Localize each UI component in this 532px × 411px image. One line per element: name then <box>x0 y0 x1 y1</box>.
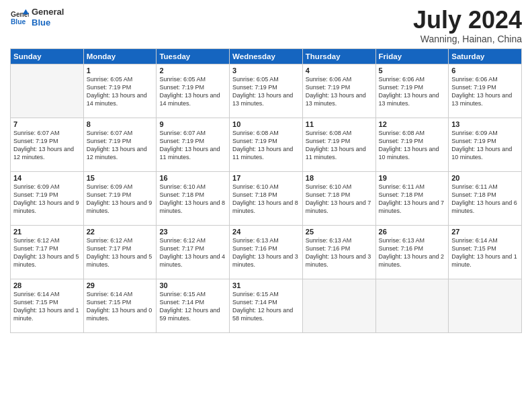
day-number: 31 <box>232 281 300 289</box>
day-info: Sunrise: 6:05 AMSunset: 7:19 PMDaylight:… <box>87 76 147 107</box>
day-number: 30 <box>159 281 226 289</box>
day-info: Sunrise: 6:14 AMSunset: 7:15 PMDaylight:… <box>87 291 152 322</box>
day-number: 2 <box>159 66 226 75</box>
day-number: 17 <box>232 174 300 182</box>
week-row-3: 14 Sunrise: 6:09 AMSunset: 7:19 PMDaylig… <box>11 171 522 225</box>
day-cell: 30 Sunrise: 6:15 AMSunset: 7:14 PMDaylig… <box>157 279 230 332</box>
day-number: 12 <box>379 120 446 128</box>
day-info: Sunrise: 6:06 AMSunset: 7:19 PMDaylight:… <box>379 76 439 107</box>
day-number: 14 <box>13 174 81 182</box>
day-cell: 26 Sunrise: 6:13 AMSunset: 7:16 PMDaylig… <box>375 225 449 279</box>
day-cell: 10 Sunrise: 6:08 AMSunset: 7:19 PMDaylig… <box>230 118 303 171</box>
week-row-1: 1 Sunrise: 6:05 AMSunset: 7:19 PMDayligh… <box>11 64 522 118</box>
logo: General Blue General Blue <box>10 7 64 28</box>
header: General Blue General Blue July 2024 Wann… <box>10 7 522 44</box>
day-info: Sunrise: 6:15 AMSunset: 7:14 PMDaylight:… <box>232 291 293 322</box>
week-row-4: 21 Sunrise: 6:12 AMSunset: 7:17 PMDaylig… <box>11 225 522 279</box>
day-info: Sunrise: 6:07 AMSunset: 7:19 PMDaylight:… <box>13 130 74 161</box>
logo-icon: General Blue <box>10 8 29 27</box>
day-info: Sunrise: 6:12 AMSunset: 7:17 PMDaylight:… <box>87 237 152 268</box>
col-header-friday: Friday <box>375 48 449 64</box>
day-number: 15 <box>87 174 154 182</box>
day-info: Sunrise: 6:08 AMSunset: 7:19 PMDaylight:… <box>232 130 293 161</box>
day-number: 9 <box>159 120 226 128</box>
day-info: Sunrise: 6:14 AMSunset: 7:15 PMDaylight:… <box>13 291 79 322</box>
day-cell: 3 Sunrise: 6:05 AMSunset: 7:19 PMDayligh… <box>230 64 303 118</box>
day-number: 18 <box>306 174 373 182</box>
day-number: 19 <box>379 174 446 182</box>
day-number: 8 <box>87 120 154 128</box>
logo-general-text: General <box>32 7 64 17</box>
day-info: Sunrise: 6:09 AMSunset: 7:19 PMDaylight:… <box>451 130 512 161</box>
week-row-2: 7 Sunrise: 6:07 AMSunset: 7:19 PMDayligh… <box>11 118 522 171</box>
day-cell: 1 Sunrise: 6:05 AMSunset: 7:19 PMDayligh… <box>83 64 157 118</box>
col-header-monday: Monday <box>83 48 157 64</box>
day-number: 11 <box>306 120 373 128</box>
day-cell: 11 Sunrise: 6:08 AMSunset: 7:19 PMDaylig… <box>302 118 375 171</box>
day-info: Sunrise: 6:12 AMSunset: 7:17 PMDaylight:… <box>159 237 225 268</box>
day-number: 29 <box>87 281 154 289</box>
day-info: Sunrise: 6:08 AMSunset: 7:19 PMDaylight:… <box>306 130 366 161</box>
day-number: 25 <box>306 228 373 236</box>
day-cell: 4 Sunrise: 6:06 AMSunset: 7:19 PMDayligh… <box>302 64 375 118</box>
day-cell: 8 Sunrise: 6:07 AMSunset: 7:19 PMDayligh… <box>83 118 157 171</box>
day-info: Sunrise: 6:12 AMSunset: 7:17 PMDaylight:… <box>13 237 79 268</box>
day-info: Sunrise: 6:14 AMSunset: 7:15 PMDaylight:… <box>451 237 517 268</box>
day-cell: 18 Sunrise: 6:10 AMSunset: 7:18 PMDaylig… <box>302 171 375 225</box>
logo-blue-text: Blue <box>32 17 64 28</box>
calendar-table: SundayMondayTuesdayWednesdayThursdayFrid… <box>10 48 522 333</box>
svg-text:Blue: Blue <box>11 18 26 26</box>
day-info: Sunrise: 6:15 AMSunset: 7:14 PMDaylight:… <box>159 291 220 322</box>
day-info: Sunrise: 6:10 AMSunset: 7:18 PMDaylight:… <box>232 183 298 214</box>
day-cell: 27 Sunrise: 6:14 AMSunset: 7:15 PMDaylig… <box>449 225 522 279</box>
day-cell: 15 Sunrise: 6:09 AMSunset: 7:19 PMDaylig… <box>83 171 157 225</box>
day-info: Sunrise: 6:10 AMSunset: 7:18 PMDaylight:… <box>159 183 225 214</box>
day-number: 7 <box>13 120 81 128</box>
day-number: 24 <box>232 228 300 236</box>
day-number: 23 <box>159 228 226 236</box>
location: Wanning, Hainan, China <box>413 34 522 44</box>
col-header-tuesday: Tuesday <box>157 48 230 64</box>
day-info: Sunrise: 6:07 AMSunset: 7:19 PMDaylight:… <box>159 130 220 161</box>
title-block: July 2024 Wanning, Hainan, China <box>413 7 522 44</box>
day-cell <box>449 279 522 332</box>
day-cell: 6 Sunrise: 6:06 AMSunset: 7:19 PMDayligh… <box>449 64 522 118</box>
day-cell: 28 Sunrise: 6:14 AMSunset: 7:15 PMDaylig… <box>11 279 84 332</box>
month-title: July 2024 <box>413 7 522 34</box>
day-cell <box>11 64 84 118</box>
day-info: Sunrise: 6:08 AMSunset: 7:19 PMDaylight:… <box>379 130 439 161</box>
day-info: Sunrise: 6:11 AMSunset: 7:18 PMDaylight:… <box>379 183 445 214</box>
day-number: 13 <box>451 120 519 128</box>
day-info: Sunrise: 6:05 AMSunset: 7:19 PMDaylight:… <box>232 76 293 107</box>
day-info: Sunrise: 6:06 AMSunset: 7:19 PMDaylight:… <box>451 76 512 107</box>
header-row: SundayMondayTuesdayWednesdayThursdayFrid… <box>11 48 522 64</box>
calendar-page: General Blue General Blue July 2024 Wann… <box>0 0 532 411</box>
day-cell <box>375 279 449 332</box>
day-number: 28 <box>13 281 81 289</box>
day-cell: 22 Sunrise: 6:12 AMSunset: 7:17 PMDaylig… <box>83 225 157 279</box>
day-cell: 5 Sunrise: 6:06 AMSunset: 7:19 PMDayligh… <box>375 64 449 118</box>
day-info: Sunrise: 6:09 AMSunset: 7:19 PMDaylight:… <box>13 183 79 214</box>
day-info: Sunrise: 6:05 AMSunset: 7:19 PMDaylight:… <box>159 76 220 107</box>
week-row-5: 28 Sunrise: 6:14 AMSunset: 7:15 PMDaylig… <box>11 279 522 332</box>
col-header-wednesday: Wednesday <box>230 48 303 64</box>
day-cell: 29 Sunrise: 6:14 AMSunset: 7:15 PMDaylig… <box>83 279 157 332</box>
day-cell: 21 Sunrise: 6:12 AMSunset: 7:17 PMDaylig… <box>11 225 84 279</box>
day-info: Sunrise: 6:09 AMSunset: 7:19 PMDaylight:… <box>87 183 152 214</box>
day-info: Sunrise: 6:07 AMSunset: 7:19 PMDaylight:… <box>87 130 147 161</box>
col-header-saturday: Saturday <box>449 48 522 64</box>
day-cell: 12 Sunrise: 6:08 AMSunset: 7:19 PMDaylig… <box>375 118 449 171</box>
day-number: 6 <box>451 66 519 75</box>
day-number: 20 <box>451 174 519 182</box>
day-number: 22 <box>87 228 154 236</box>
day-cell: 19 Sunrise: 6:11 AMSunset: 7:18 PMDaylig… <box>375 171 449 225</box>
day-cell: 2 Sunrise: 6:05 AMSunset: 7:19 PMDayligh… <box>157 64 230 118</box>
day-cell <box>302 279 375 332</box>
day-number: 5 <box>379 66 446 75</box>
day-number: 26 <box>379 228 446 236</box>
day-cell: 9 Sunrise: 6:07 AMSunset: 7:19 PMDayligh… <box>157 118 230 171</box>
day-cell: 17 Sunrise: 6:10 AMSunset: 7:18 PMDaylig… <box>230 171 303 225</box>
col-header-thursday: Thursday <box>302 48 375 64</box>
day-info: Sunrise: 6:13 AMSunset: 7:16 PMDaylight:… <box>379 237 445 268</box>
day-cell: 14 Sunrise: 6:09 AMSunset: 7:19 PMDaylig… <box>11 171 84 225</box>
